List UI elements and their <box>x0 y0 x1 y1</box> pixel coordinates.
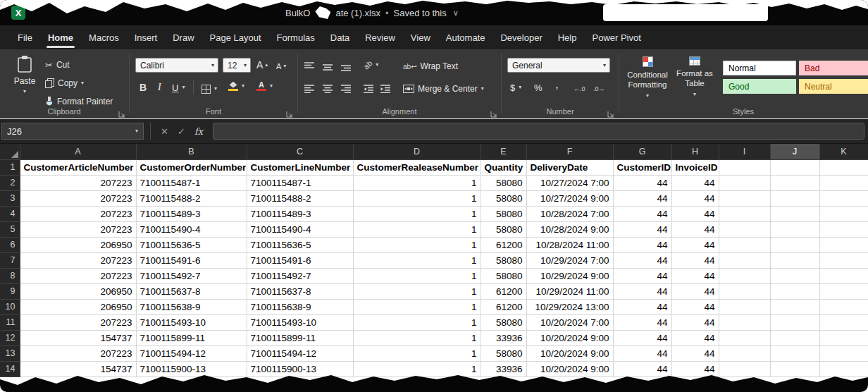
cell-d13[interactable]: 1 <box>353 345 480 361</box>
comma-style-button[interactable]: , <box>555 78 559 92</box>
cell-b9[interactable]: 7100115637-8 <box>136 283 247 299</box>
cell-b3[interactable]: 7100115488-2 <box>136 190 247 206</box>
align-center-button[interactable] <box>323 82 333 96</box>
format-as-table-button[interactable]: Format as Table ▾ <box>672 56 717 97</box>
cell-g8[interactable]: 44 <box>613 268 671 283</box>
cell-c12[interactable]: 7100115899-11 <box>247 330 353 345</box>
cell-k7[interactable] <box>819 252 868 268</box>
cell-g14[interactable]: 44 <box>613 361 671 376</box>
row-header-9[interactable]: 9 <box>0 283 20 299</box>
cell-d7[interactable]: 1 <box>353 252 480 268</box>
cell-g9[interactable]: 44 <box>613 283 671 299</box>
insert-function-button[interactable]: fx <box>194 119 203 144</box>
cell-i11[interactable] <box>719 314 770 330</box>
cell-h2[interactable]: 44 <box>671 175 719 190</box>
cell-d14[interactable]: 1 <box>353 361 480 376</box>
cell-i10[interactable] <box>719 299 770 314</box>
cell-i9[interactable] <box>719 283 770 299</box>
cell-k8[interactable] <box>819 268 868 283</box>
tab-help[interactable]: Help <box>550 25 585 49</box>
increase-indent-button[interactable] <box>380 82 390 96</box>
increase-decimal-button[interactable]: ←.0 <box>574 82 585 96</box>
cell-a12[interactable]: 154737 <box>20 330 136 345</box>
row-header-12[interactable]: 12 <box>0 330 20 345</box>
cell-e3[interactable]: 58080 <box>480 190 526 206</box>
cell-e4[interactable]: 58080 <box>480 206 526 221</box>
cell-k1[interactable] <box>819 159 868 175</box>
cell-style-bad[interactable]: Bad <box>799 61 868 75</box>
cell-d10[interactable]: 1 <box>353 299 480 314</box>
cell-g13[interactable]: 44 <box>613 345 671 361</box>
increase-font-button[interactable]: A▴ <box>256 58 268 72</box>
cell-i12[interactable] <box>719 330 770 345</box>
cell-f9[interactable]: 10/29/2024 11:00 <box>526 283 613 299</box>
cell-j6[interactable] <box>770 237 819 252</box>
underline-button[interactable]: U ▾ <box>172 80 185 94</box>
row-header-6[interactable]: 6 <box>0 237 20 252</box>
cell-d1[interactable]: CustomerRealeaseNumber <box>353 159 480 175</box>
cell-f13[interactable]: 10/20/2024 9:00 <box>526 345 613 361</box>
cell-k9[interactable] <box>819 283 868 299</box>
cell-f1[interactable]: DeliveryDate <box>526 159 613 175</box>
cell-c5[interactable]: 7100115490-4 <box>247 221 353 237</box>
cell-h4[interactable]: 44 <box>671 206 719 221</box>
font-size-combo[interactable]: 12 ▾ <box>223 58 251 73</box>
cell-i13[interactable] <box>719 345 770 361</box>
cell-i7[interactable] <box>719 252 770 268</box>
align-middle-button[interactable] <box>323 61 333 75</box>
cell-e12[interactable]: 33936 <box>480 330 526 345</box>
number-format-combo[interactable]: General ▾ <box>507 58 610 73</box>
row-header-2[interactable]: 2 <box>0 175 20 190</box>
title-caret-icon[interactable]: ∨ <box>453 8 459 18</box>
cell-b6[interactable]: 7100115636-5 <box>136 237 247 252</box>
cell-b14[interactable]: 7100115900-13 <box>136 361 247 376</box>
cell-j4[interactable] <box>770 206 819 221</box>
cell-e5[interactable]: 58080 <box>480 221 526 237</box>
cell-c4[interactable]: 7100115489-3 <box>247 206 353 221</box>
row-header-10[interactable]: 10 <box>0 299 20 314</box>
cell-e2[interactable]: 58080 <box>480 175 526 190</box>
cell-g1[interactable]: CustomerID <box>613 159 671 175</box>
cell-f14[interactable]: 10/20/2024 9:00 <box>526 361 613 376</box>
cell-k2[interactable] <box>819 175 868 190</box>
column-header-d[interactable]: D <box>353 144 480 159</box>
cell-e10[interactable]: 61200 <box>480 299 526 314</box>
cell-style-neutral[interactable]: Neutral <box>799 79 868 94</box>
cell-c2[interactable]: 7100115487-1 <box>247 175 353 190</box>
cell-a9[interactable]: 206950 <box>20 283 136 299</box>
cell-b8[interactable]: 7100115492-7 <box>136 268 247 283</box>
conditional-formatting-button[interactable]: Conditional Formatting ▾ <box>624 56 671 99</box>
cell-j7[interactable] <box>770 252 819 268</box>
cell-b4[interactable]: 7100115489-3 <box>136 206 247 221</box>
cell-j12[interactable] <box>770 330 819 345</box>
row-header-14[interactable]: 14 <box>0 361 20 376</box>
cell-h5[interactable]: 44 <box>671 221 719 237</box>
cell-h7[interactable]: 44 <box>671 252 719 268</box>
cell-a3[interactable]: 207223 <box>20 190 136 206</box>
cell-h10[interactable]: 44 <box>671 299 719 314</box>
cell-h8[interactable]: 44 <box>671 268 719 283</box>
cell-b5[interactable]: 7100115490-4 <box>136 221 247 237</box>
font-color-button[interactable]: A ▾ <box>256 79 273 93</box>
merge-center-button[interactable]: Merge & Center ▾ <box>403 82 484 96</box>
cell-b13[interactable]: 7100115494-12 <box>136 345 247 361</box>
column-header-j[interactable]: J <box>770 144 819 159</box>
fill-color-button[interactable]: ▾ <box>228 79 244 93</box>
row-header-11[interactable]: 11 <box>0 314 20 330</box>
cell-j8[interactable] <box>770 268 819 283</box>
italic-button[interactable]: I <box>158 80 161 94</box>
cut-button[interactable]: ✂ Cut <box>45 58 70 72</box>
select-all-corner[interactable] <box>0 144 20 159</box>
row-header-7[interactable]: 7 <box>0 252 20 268</box>
decrease-font-button[interactable]: A▾ <box>276 59 286 73</box>
orientation-button[interactable]: ab ▾ <box>364 58 378 72</box>
cell-b1[interactable]: CustomerOrderNumber <box>136 159 247 175</box>
cell-style-normal[interactable]: Normal <box>723 61 796 75</box>
borders-button[interactable]: ▾ <box>202 82 217 96</box>
search-box-remnant[interactable] <box>603 4 768 21</box>
cell-e1[interactable]: Quantity <box>480 159 526 175</box>
cell-d3[interactable]: 1 <box>353 190 480 206</box>
decrease-decimal-button[interactable]: .0→ <box>593 82 605 96</box>
cell-c14[interactable]: 7100115900-13 <box>247 361 353 376</box>
percent-style-button[interactable]: % <box>534 80 542 94</box>
